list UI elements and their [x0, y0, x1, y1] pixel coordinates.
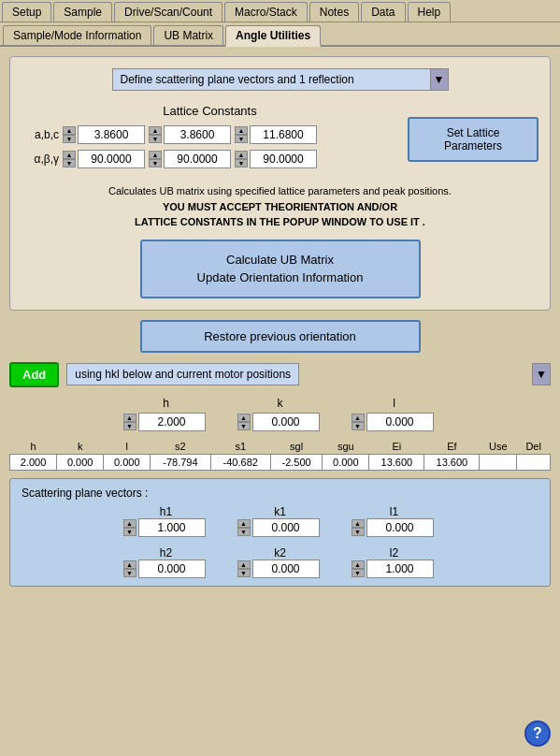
k1-arrows: ▲ ▼	[237, 519, 251, 536]
k2-up[interactable]: ▲	[237, 560, 251, 569]
c-up[interactable]: ▲	[235, 126, 248, 135]
h1-down[interactable]: ▼	[123, 528, 136, 536]
a-input[interactable]	[78, 125, 145, 144]
restore-orientation-button[interactable]: Restore previous orientation	[140, 320, 421, 353]
k-down[interactable]: ▼	[237, 422, 251, 430]
td-s2: -78.794	[151, 454, 210, 470]
k1-down[interactable]: ▼	[237, 528, 251, 536]
k-up[interactable]: ▲	[237, 414, 251, 422]
info-text: Calculates UB matrix using specified lat…	[22, 183, 538, 230]
menu-sample[interactable]: Sample	[53, 2, 112, 22]
h2-spinner: ▲ ▼	[123, 560, 206, 578]
th-sgl: sgl	[270, 439, 322, 455]
gamma-down[interactable]: ▼	[235, 159, 248, 167]
dropdown-arrow-icon[interactable]: ▼	[430, 68, 449, 91]
a-down[interactable]: ▼	[63, 135, 76, 143]
k-value-input[interactable]	[252, 413, 320, 431]
menu-macro-stack[interactable]: Macro/Stack	[224, 2, 308, 22]
hkl-mode-dropdown[interactable]: using hkl below and current motor positi…	[66, 363, 299, 385]
gamma-input[interactable]	[250, 150, 317, 168]
k2-label: k2	[274, 546, 286, 560]
dropdown-wrapper: Define scattering plane vectors and 1 re…	[112, 68, 449, 91]
b-up[interactable]: ▲	[149, 126, 162, 135]
gamma-spinner: ▲ ▼	[235, 150, 317, 168]
l2-input[interactable]	[366, 560, 434, 578]
l1-label: l1	[390, 505, 398, 518]
add-button[interactable]: Add	[9, 362, 59, 387]
l-down[interactable]: ▼	[352, 422, 365, 430]
alpha-up[interactable]: ▲	[63, 151, 76, 159]
k2-input[interactable]	[252, 560, 320, 578]
l1-down[interactable]: ▼	[352, 528, 365, 536]
l-up[interactable]: ▲	[352, 414, 365, 422]
td-sgl: -2.500	[270, 454, 322, 470]
l-value-input[interactable]	[366, 413, 434, 431]
h1-input[interactable]	[138, 518, 206, 537]
tab-ub-matrix[interactable]: UB Matrix	[153, 25, 223, 45]
gamma-arrows: ▲ ▼	[235, 151, 248, 167]
menu-data[interactable]: Data	[361, 2, 405, 22]
alpha-spinner: ▲ ▼	[63, 150, 145, 168]
set-lattice-button[interactable]: Set Lattice Parameters	[408, 117, 538, 162]
h1-arrows: ▲ ▼	[123, 519, 136, 536]
k-field: k ▲ ▼	[237, 397, 323, 431]
hkl-dropdown-arrow-icon[interactable]: ▼	[532, 363, 551, 385]
beta-arrows: ▲ ▼	[149, 151, 162, 167]
b-input[interactable]	[164, 125, 231, 144]
l-field-label: l	[393, 397, 395, 410]
data-table: h k l s2 s1 sgl sgu Ei Ef Use Del 2.000 …	[9, 439, 551, 471]
tab-sample-mode[interactable]: Sample/Mode Information	[3, 25, 151, 45]
calc-btn-line2: Update Orientation Information	[197, 270, 364, 284]
l1-group: l1 ▲ ▼	[352, 505, 438, 537]
k1-input[interactable]	[252, 518, 320, 537]
restore-section: Restore previous orientation	[9, 320, 551, 353]
alpha-down[interactable]: ▼	[63, 159, 76, 167]
scattering-plane-box: Scattering plane vectors : h1 ▲ ▼ k1 ▲	[9, 478, 551, 587]
calculate-ub-button[interactable]: Calculate UB Matrix Update Orientation I…	[140, 240, 421, 298]
l2-down[interactable]: ▼	[352, 569, 365, 577]
l-spinner-group: ▲ ▼	[352, 413, 434, 431]
tab-angle-utilities[interactable]: Angle Utilities	[225, 25, 321, 47]
a-up[interactable]: ▲	[63, 126, 76, 135]
l2-arrows: ▲ ▼	[352, 560, 365, 577]
h1-up[interactable]: ▲	[123, 519, 136, 528]
h2-down[interactable]: ▼	[123, 569, 136, 577]
k1-up[interactable]: ▲	[237, 519, 251, 528]
h2-input[interactable]	[138, 560, 206, 578]
h-field: h ▲ ▼	[123, 397, 209, 431]
help-button[interactable]: ?	[524, 720, 551, 747]
menu-setup[interactable]: Setup	[2, 2, 51, 22]
h-down[interactable]: ▼	[123, 422, 136, 430]
info-line3: LATTICE CONSTANTS IN THE POPUP WINDOW TO…	[22, 214, 538, 230]
a-spinner: ▲ ▼	[63, 125, 145, 144]
beta-down[interactable]: ▼	[149, 159, 162, 167]
scattering-mode-dropdown[interactable]: Define scattering plane vectors and 1 re…	[112, 68, 449, 91]
gamma-up[interactable]: ▲	[235, 151, 248, 159]
hkl-dropdown-wrapper: using hkl below and current motor positi…	[66, 363, 551, 385]
td-s1: -40.682	[210, 454, 270, 470]
beta-input[interactable]	[164, 150, 231, 168]
abc-label: a,b,c	[22, 128, 59, 141]
c-down[interactable]: ▼	[235, 135, 248, 143]
beta-up[interactable]: ▲	[149, 151, 162, 159]
beta-spinner: ▲ ▼	[149, 150, 231, 168]
h-up[interactable]: ▲	[123, 414, 136, 422]
c-input[interactable]	[250, 125, 317, 144]
h2-up[interactable]: ▲	[123, 560, 136, 569]
menu-notes[interactable]: Notes	[309, 2, 359, 22]
l2-up[interactable]: ▲	[352, 560, 365, 569]
alpha-input[interactable]	[78, 150, 145, 168]
k-spinner-group: ▲ ▼	[237, 413, 320, 431]
h-value-input[interactable]	[138, 413, 206, 431]
l1-up[interactable]: ▲	[352, 519, 365, 528]
menu-drive-scan-count[interactable]: Drive/Scan/Count	[114, 2, 223, 22]
menu-help[interactable]: Help	[408, 2, 452, 22]
k2-down[interactable]: ▼	[237, 569, 251, 577]
td-k: 0.000	[57, 454, 104, 470]
scatter-row2: h2 ▲ ▼ k2 ▲ ▼	[22, 546, 538, 578]
h-spinner-group: ▲ ▼	[123, 413, 206, 431]
h1-spinner: ▲ ▼	[123, 518, 206, 537]
table-row: 2.000 0.000 0.000 -78.794 -40.682 -2.500…	[10, 454, 551, 470]
l1-input[interactable]	[366, 518, 434, 537]
b-down[interactable]: ▼	[149, 135, 162, 143]
